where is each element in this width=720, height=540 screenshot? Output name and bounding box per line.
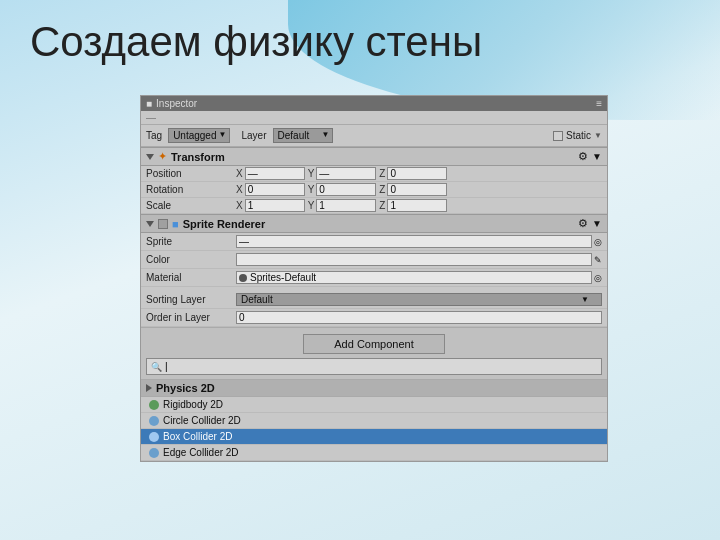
add-component-area: Add Component 🔍: [141, 327, 607, 379]
rot-x-label: X: [236, 184, 243, 195]
sprite-menu-icon[interactable]: ▼: [592, 218, 602, 229]
rigidbody-icon: [149, 400, 159, 410]
scale-y-label: Y: [308, 200, 315, 211]
search-bar: 🔍: [146, 358, 602, 375]
tag-layer-row: Tag Untagged ▼ Layer Default ▼ Static ▼: [141, 125, 607, 147]
scale-y-field[interactable]: 1: [316, 199, 376, 212]
physics2d-header: Physics 2D: [141, 380, 607, 397]
circle-collider-label: Circle Collider 2D: [163, 415, 241, 426]
sprite-collapse-icon[interactable]: [146, 221, 154, 227]
edge-collider-icon: [149, 448, 159, 458]
material-row: Material Sprites-Default ◎: [141, 269, 607, 287]
box-collider-icon: [149, 432, 159, 442]
transform-title: Transform: [171, 151, 225, 163]
sprite-row: Sprite — ◎: [141, 233, 607, 251]
box-collider-label: Box Collider 2D: [163, 431, 232, 442]
sprite-icon: ■: [172, 218, 179, 230]
search-input[interactable]: [165, 361, 597, 372]
sprite-enabled-checkbox[interactable]: [158, 219, 168, 229]
scale-x-label: X: [236, 200, 243, 211]
scale-z-label: Z: [379, 200, 385, 211]
inspector-title: Inspector: [156, 98, 197, 109]
color-swatch[interactable]: [236, 253, 592, 266]
sorting-layer-row: Sorting Layer Default ▼: [141, 291, 607, 309]
transform-gear-icon[interactable]: ⚙: [578, 150, 588, 163]
order-field[interactable]: 0: [236, 311, 602, 324]
separator-line: —: [141, 111, 607, 125]
add-component-button[interactable]: Add Component: [303, 334, 445, 354]
unity-logo-icon: ■: [146, 98, 152, 109]
color-label: Color: [146, 254, 236, 265]
sorting-layer-dropdown[interactable]: Default ▼: [236, 293, 602, 306]
material-select-icon[interactable]: ◎: [594, 273, 602, 283]
transform-menu-icon[interactable]: ▼: [592, 151, 602, 162]
layer-label: Layer: [242, 130, 267, 141]
pos-x-field[interactable]: —: [245, 167, 305, 180]
list-item[interactable]: Edge Collider 2D: [141, 445, 607, 461]
transform-collapse-icon[interactable]: [146, 154, 154, 160]
pos-x-label: X: [236, 168, 243, 179]
scale-z-field[interactable]: 1: [387, 199, 447, 212]
sorting-dropdown-arrow: ▼: [581, 295, 589, 304]
pos-y-field[interactable]: —: [316, 167, 376, 180]
scale-label: Scale: [146, 200, 236, 211]
sprite-label: Sprite: [146, 236, 236, 247]
rotation-label: Rotation: [146, 184, 236, 195]
list-item[interactable]: Circle Collider 2D: [141, 413, 607, 429]
list-item[interactable]: Rigidbody 2D: [141, 397, 607, 413]
rot-y-label: Y: [308, 184, 315, 195]
sprite-field[interactable]: —: [236, 235, 592, 248]
pos-y-label: Y: [308, 168, 315, 179]
page-title: Создаем физику стены: [30, 18, 482, 66]
rot-z-field[interactable]: 0: [387, 183, 447, 196]
transform-icon: ✦: [158, 150, 167, 163]
search-icon: 🔍: [151, 362, 162, 372]
sprite-gear-icon[interactable]: ⚙: [578, 217, 588, 230]
rot-z-label: Z: [379, 184, 385, 195]
inspector-panel: ■ Inspector ≡ — Tag Untagged ▼ Layer Def…: [140, 95, 608, 462]
static-checkbox[interactable]: [553, 131, 563, 141]
order-layer-row: Order in Layer 0: [141, 309, 607, 327]
sprite-select-icon[interactable]: ◎: [594, 237, 602, 247]
layer-dropdown[interactable]: Default ▼: [273, 128, 333, 143]
physics2d-title: Physics 2D: [156, 382, 215, 394]
physics2d-list: Rigidbody 2D Circle Collider 2D Box Coll…: [141, 397, 607, 461]
circle-collider-icon: [149, 416, 159, 426]
position-row: Position X — Y — Z 0: [141, 166, 607, 182]
transform-section-header: ✦ Transform ⚙ ▼: [141, 147, 607, 166]
rotation-row: Rotation X 0 Y 0 Z 0: [141, 182, 607, 198]
order-label: Order in Layer: [146, 312, 236, 323]
edge-collider-label: Edge Collider 2D: [163, 447, 239, 458]
rot-x-field[interactable]: 0: [245, 183, 305, 196]
scale-x-field[interactable]: 1: [245, 199, 305, 212]
material-label: Material: [146, 272, 236, 283]
sorting-layer-label: Sorting Layer: [146, 294, 236, 305]
rot-y-field[interactable]: 0: [316, 183, 376, 196]
static-dropdown-arrow[interactable]: ▼: [594, 131, 602, 140]
pos-z-field[interactable]: 0: [387, 167, 447, 180]
color-picker-icon[interactable]: ✎: [594, 255, 602, 265]
list-item[interactable]: Box Collider 2D: [141, 429, 607, 445]
tag-dropdown[interactable]: Untagged ▼: [168, 128, 229, 143]
physics-collapse-icon[interactable]: [146, 384, 152, 392]
sprite-renderer-title: Sprite Renderer: [183, 218, 266, 230]
scale-row: Scale X 1 Y 1 Z 1: [141, 198, 607, 214]
tag-label: Tag: [146, 130, 162, 141]
material-icon: [239, 274, 247, 282]
pos-z-label: Z: [379, 168, 385, 179]
color-row: Color ✎: [141, 251, 607, 269]
sprite-renderer-header: ■ Sprite Renderer ⚙ ▼: [141, 214, 607, 233]
material-field[interactable]: Sprites-Default: [236, 271, 592, 284]
inspector-menu-icon[interactable]: ≡: [596, 98, 602, 109]
inspector-header: ■ Inspector ≡: [141, 96, 607, 111]
position-label: Position: [146, 168, 236, 179]
rigidbody-label: Rigidbody 2D: [163, 399, 223, 410]
physics2d-panel: Physics 2D Rigidbody 2D Circle Collider …: [141, 379, 607, 461]
static-label: Static: [566, 130, 591, 141]
